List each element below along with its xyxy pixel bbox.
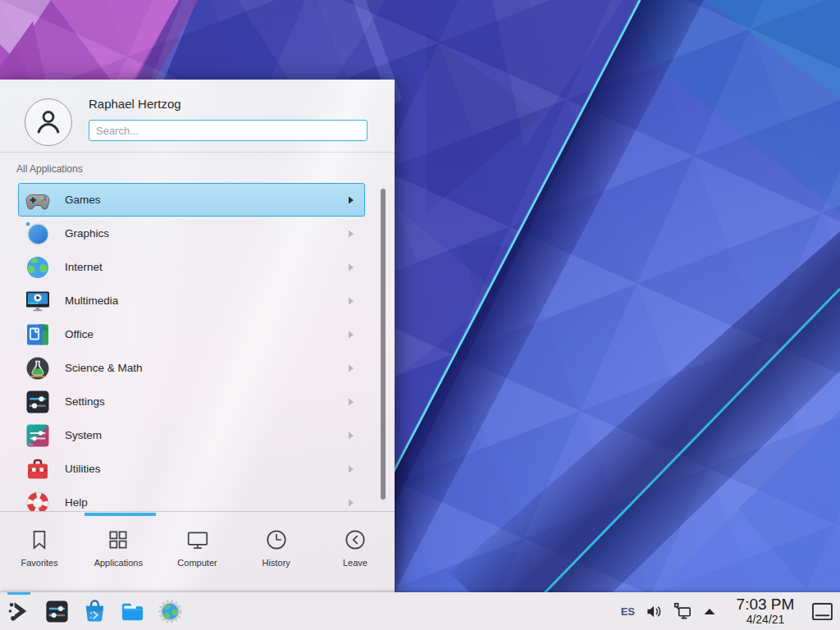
system-tray: ES 7:03 PM 4/24/21: [621, 596, 833, 626]
tabbar-separator: [0, 511, 395, 512]
category-item-graphics[interactable]: Graphics: [18, 217, 365, 250]
submenu-arrow-icon: [348, 331, 354, 339]
submenu-arrow-icon: [348, 230, 354, 238]
user-avatar[interactable]: [25, 98, 72, 146]
submenu-arrow-icon: [348, 196, 354, 204]
tab-history[interactable]: History: [237, 517, 316, 592]
category-item-help[interactable]: Help: [18, 486, 365, 511]
category-item-office[interactable]: Office: [18, 317, 365, 351]
clock-time: 7:03 PM: [729, 596, 801, 613]
submenu-arrow-icon: [348, 499, 354, 507]
category-label: Settings: [65, 395, 105, 408]
computer-icon: [185, 527, 210, 552]
section-label: All Applications: [16, 163, 83, 175]
volume-icon[interactable]: [646, 603, 663, 620]
user-name: Raphael Hertzog: [89, 97, 181, 111]
user-icon: [33, 107, 64, 138]
taskbar-apps: [0, 592, 189, 630]
app-grid-icon: [106, 527, 130, 552]
category-label: Graphics: [65, 227, 109, 240]
tab-label: Favorites: [21, 558, 57, 568]
tab-computer[interactable]: Computer: [158, 517, 236, 592]
category-label: Help: [65, 496, 88, 509]
multimedia-icon: [25, 288, 51, 314]
application-launcher-menu: Raphael Hertzog All Applications Games G…: [0, 80, 395, 592]
history-clock-icon: [264, 527, 289, 552]
tab-label: Computer: [177, 558, 217, 568]
category-item-internet[interactable]: Internet: [18, 250, 365, 284]
globe-icon: [25, 254, 51, 281]
system-icon: [25, 422, 51, 449]
office-icon: [25, 322, 51, 348]
settings-icon: [25, 389, 51, 415]
search-input[interactable]: [89, 120, 368, 141]
category-label: Science & Math: [65, 362, 143, 374]
category-item-system[interactable]: System: [18, 418, 365, 452]
bookmark-icon: [27, 527, 52, 552]
folder-icon: [120, 599, 145, 624]
taskbar-app-file-manager[interactable]: [113, 592, 151, 630]
category-list: Games Graphics Internet Multimedia Offic…: [0, 183, 395, 511]
taskbar-app-web-browser[interactable]: [151, 592, 189, 630]
submenu-arrow-icon: [348, 297, 354, 305]
category-label: System: [65, 429, 102, 441]
tab-label: Applications: [94, 558, 143, 568]
system-settings-icon: [44, 599, 70, 624]
clock-date: 4/24/21: [729, 614, 801, 626]
taskbar: ES 7:03 PM 4/24/21: [0, 592, 840, 630]
category-label: Office: [65, 328, 94, 340]
help-icon: [25, 490, 51, 512]
launcher-tabbar: Favorites Applications Computer History …: [0, 517, 395, 592]
category-item-settings[interactable]: Settings: [18, 385, 365, 418]
taskbar-app-app-launcher[interactable]: [0, 592, 38, 630]
category-label: Utilities: [65, 463, 101, 475]
tab-label: History: [262, 558, 290, 568]
category-label: Multimedia: [65, 294, 118, 307]
graphics-icon: [25, 221, 51, 247]
taskbar-app-system-settings[interactable]: [38, 592, 75, 630]
show-desktop-button[interactable]: [811, 602, 833, 621]
peek-desktop-icon: [811, 602, 833, 621]
scrollbar-handle[interactable]: [381, 189, 386, 500]
expand-arrow-icon[interactable]: [703, 607, 716, 615]
browser-globe-icon: [158, 599, 183, 624]
active-tab-indicator: [84, 513, 156, 516]
submenu-arrow-icon: [348, 263, 354, 272]
utilities-icon: [25, 456, 51, 482]
launcher-header: Raphael Hertzog: [0, 80, 395, 153]
category-item-science-math[interactable]: Science & Math: [18, 351, 365, 385]
discover-icon: [82, 599, 107, 624]
tab-label: Leave: [343, 558, 368, 568]
gamepad-icon: [25, 187, 51, 213]
submenu-arrow-icon: [348, 431, 354, 440]
category-item-utilities[interactable]: Utilities: [18, 452, 365, 486]
tab-leave[interactable]: Leave: [316, 517, 395, 592]
network-icon[interactable]: [673, 602, 692, 621]
submenu-arrow-icon: [348, 398, 354, 406]
submenu-arrow-icon: [348, 364, 354, 372]
keyboard-layout-indicator[interactable]: ES: [621, 605, 635, 618]
category-item-games[interactable]: Games: [18, 183, 365, 217]
clock-widget[interactable]: 7:03 PM 4/24/21: [729, 596, 801, 626]
category-label: Internet: [65, 261, 103, 273]
taskbar-app-discover[interactable]: [75, 592, 113, 630]
tab-favorites[interactable]: Favorites: [0, 517, 79, 592]
leave-icon: [343, 527, 368, 552]
category-label: Games: [65, 194, 101, 206]
science-icon: [25, 355, 51, 381]
kde-launcher-icon: [7, 599, 32, 624]
submenu-arrow-icon: [348, 465, 354, 473]
category-item-multimedia[interactable]: Multimedia: [18, 284, 365, 317]
tab-applications[interactable]: Applications: [79, 517, 158, 592]
